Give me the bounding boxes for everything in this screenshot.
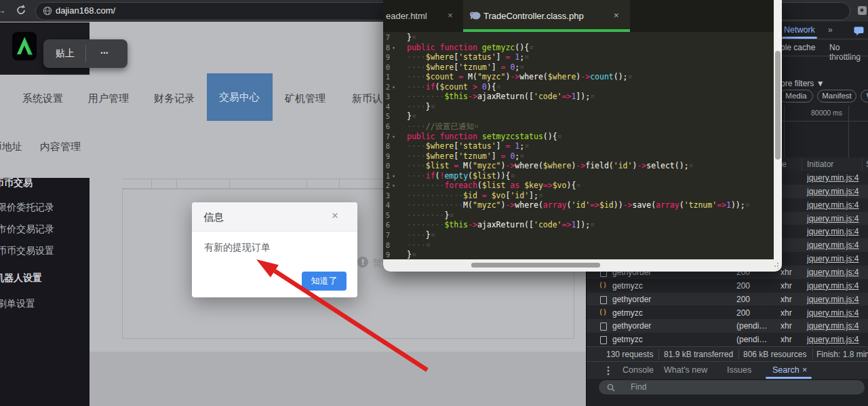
- resize-grip-icon[interactable]: [772, 262, 779, 269]
- request-name: getmyzc: [612, 308, 643, 318]
- code-line: 1▾····if(!empty($list)){¤: [383, 171, 774, 181]
- sidebar-item-5[interactable]: 机器人设置: [0, 272, 42, 284]
- find-input[interactable]: Find: [599, 380, 865, 394]
- reload-icon[interactable]: [15, 4, 27, 16]
- nav-tab-4[interactable]: 交易中心: [207, 73, 273, 121]
- request-status: (pendi…: [736, 335, 767, 344]
- sidebar-item-4[interactable]: 币币交易设置: [0, 245, 54, 257]
- disable-cache-label[interactable]: ble cache: [781, 43, 815, 52]
- nav-tab-content-management[interactable]: 内容管理: [40, 141, 81, 152]
- request-name: getmyzc: [612, 335, 643, 344]
- filter-pill-media[interactable]: Media: [779, 90, 813, 103]
- more-panels-icon[interactable]: »: [828, 25, 833, 35]
- horizontal-scrollbar[interactable]: [471, 263, 600, 267]
- feedback-bubble-icon[interactable]: [854, 26, 865, 35]
- code-line: 4············M("myzc")->where(array('id'…: [383, 200, 774, 210]
- code-line: 6········$this->ajaxReturn(['code'=>1]);…: [383, 220, 774, 230]
- summary-segment: Finish: 1.8 min: [816, 350, 868, 359]
- more-filters-dropdown[interactable]: ore filters ▼: [781, 79, 825, 88]
- initiator-link[interactable]: jquery.min.js:4: [807, 267, 859, 277]
- request-status: 200: [736, 281, 750, 291]
- find-placeholder: Find: [631, 382, 646, 392]
- sidebar-item-3[interactable]: 市价交易记录: [0, 223, 54, 236]
- network-request-row[interactable]: ()getmyzc200xhrjquery.min.js:4: [587, 306, 868, 320]
- context-menu: 贴上 ...: [43, 39, 127, 68]
- search-icon: [607, 384, 615, 392]
- code-line: 5}¤: [383, 111, 774, 122]
- initiator-link[interactable]: jquery.min.js:4: [807, 295, 859, 304]
- message-dialog: 信息 × 有新的提现订单 知道了: [192, 202, 357, 297]
- url-text: dajian168.com/: [56, 5, 115, 16]
- initiator-link[interactable]: jquery.min.js:4: [807, 321, 859, 331]
- initiator-link[interactable]: jquery.min.js:4: [807, 335, 859, 344]
- filter-pill-ws[interactable]: WS: [861, 90, 868, 103]
- dialog-confirm-button[interactable]: 知道了: [302, 272, 347, 291]
- document-icon: [600, 296, 607, 304]
- initiator-link[interactable]: jquery.min.js:4: [807, 200, 859, 210]
- initiator-link[interactable]: jquery.min.js:4: [807, 281, 859, 291]
- editor-tab-label: eader.html: [386, 11, 427, 21]
- network-request-row[interactable]: getmyzc(pendi…xhrjquery.min.js:4: [587, 333, 868, 346]
- code-line: 1····$count = M("myzc")->where($where)->…: [383, 72, 774, 82]
- initiator-link[interactable]: jquery.min.js:4: [807, 308, 859, 318]
- sidebar: 币币交易限价委托记录市价交易记录币币交易设置机器人设置刷单设置: [0, 178, 90, 406]
- column-initiator[interactable]: Initiator: [807, 160, 833, 169]
- forward-icon[interactable]: →: [0, 4, 6, 16]
- sidebar-item-6[interactable]: 刷单设置: [0, 298, 35, 310]
- summary-segment: 130 requests: [606, 350, 653, 359]
- vertical-scrollbar-track[interactable]: [774, 0, 782, 259]
- brand-logo: [12, 32, 37, 60]
- document-icon: [600, 322, 607, 331]
- request-status: 200: [736, 295, 750, 304]
- timeline-tick-label: 80000 ms: [811, 109, 842, 117]
- network-request-row[interactable]: gethyorder200xhrjquery.min.js:4: [587, 293, 868, 306]
- drawer-tab-search[interactable]: Search: [772, 365, 800, 375]
- request-type: xhr: [781, 321, 792, 331]
- drawer-menu-icon[interactable]: [607, 366, 610, 375]
- tab-close-icon[interactable]: ×: [614, 10, 619, 20]
- drawer-tab-close-icon[interactable]: ×: [802, 365, 807, 375]
- dialog-close-icon[interactable]: ×: [332, 209, 338, 223]
- search-tab-underline: [766, 377, 812, 379]
- code-line: 7▾public function setmyzcstatus(){¤: [383, 132, 774, 142]
- initiator-link[interactable]: jquery.min.js:4: [807, 214, 859, 223]
- tab-close-icon[interactable]: ×: [448, 10, 453, 20]
- code-editing-area[interactable]: 7}¤8▾public function getmyzc(){¤9····$wh…: [383, 32, 774, 259]
- network-summary-bar: 130 requests81.9 kB transferred806 kB re…: [587, 346, 868, 362]
- code-line: 2▾········foreach($list as $key=>$vo){¤: [383, 181, 774, 191]
- request-name: gethyorder: [612, 321, 651, 331]
- throttling-select[interactable]: No throttling: [829, 43, 868, 62]
- code-line: 8····¤: [383, 240, 774, 251]
- nav-tab-withdraw-address[interactable]: 提币地址: [0, 141, 22, 152]
- network-request-row[interactable]: ()getmyzc200xhrjquery.min.js:4: [587, 279, 868, 293]
- initiator-link[interactable]: jquery.min.js:4: [807, 240, 859, 250]
- dialog-message: 有新的提现订单: [204, 242, 271, 254]
- code-line: 6····//设置已通知¤: [383, 122, 774, 132]
- initiator-link[interactable]: jquery.min.js:4: [807, 227, 859, 236]
- filter-pill-manifest[interactable]: Manifest: [817, 90, 856, 103]
- editor-tab-header-html[interactable]: eader.html ×: [383, 0, 459, 32]
- php-elephant-icon: [469, 10, 481, 20]
- network-request-row[interactable]: gethyorder(pendi…xhrjquery.min.js:4: [587, 319, 868, 333]
- column-type-partial[interactable]: e: [782, 160, 787, 169]
- extension-icon[interactable]: [857, 4, 868, 16]
- context-menu-paste[interactable]: 贴上: [56, 48, 75, 60]
- initiator-link[interactable]: jquery.min.js:4: [807, 254, 859, 263]
- site-globe-icon: [43, 6, 52, 16]
- devtools-tab-network[interactable]: Network: [784, 25, 815, 35]
- request-status: (pendi…: [736, 321, 767, 331]
- drawer-tab-console[interactable]: Console: [623, 365, 654, 375]
- editor-tab-tradecontroller[interactable]: TradeController.class.php ×: [463, 0, 630, 32]
- drawer-tab-issues[interactable]: Issues: [727, 365, 751, 375]
- context-menu-more[interactable]: ...: [100, 45, 108, 56]
- code-line: 8····$where['status'] = 1;¤: [383, 141, 774, 151]
- sidebar-item-2[interactable]: 限价委托记录: [0, 202, 54, 214]
- initiator-link[interactable]: jquery.min.js:4: [807, 173, 859, 183]
- sidebar-item-1[interactable]: 币币交易: [0, 177, 33, 189]
- request-type: xhr: [781, 335, 792, 344]
- initiator-link[interactable]: jquery.min.js:4: [807, 187, 859, 196]
- vertical-scrollbar-thumb[interactable]: [775, 51, 781, 160]
- request-type: xhr: [781, 267, 792, 277]
- nav-tab-3[interactable]: 财务记录: [134, 92, 215, 104]
- drawer-tab-what-s-new[interactable]: What's new: [664, 365, 707, 375]
